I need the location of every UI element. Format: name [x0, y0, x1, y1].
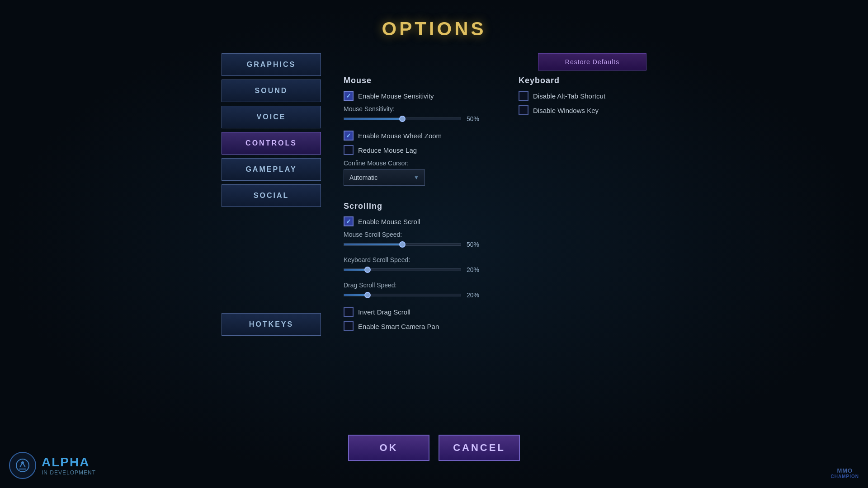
nav-sound[interactable]: SOUND [222, 80, 321, 102]
reduce-mouse-lag-checkbox[interactable] [344, 145, 354, 155]
invert-drag-label: Invert Drag Scroll [358, 308, 410, 316]
reduce-mouse-lag-label: Reduce Mouse Lag [358, 146, 417, 154]
mouse-section: Mouse Enable Mouse Sensitivity Mouse Sen… [344, 76, 482, 186]
invert-drag-row: Invert Drag Scroll [344, 307, 646, 317]
enable-sensitivity-checkbox[interactable] [344, 91, 354, 101]
scroll-speed-label: Mouse Scroll Speed: [344, 231, 646, 238]
reduce-mouse-lag-row: Reduce Mouse Lag [344, 145, 482, 155]
drag-scroll-section: Drag Scroll Speed: 20% [344, 282, 646, 299]
chevron-down-icon: ▼ [414, 174, 419, 181]
nav-social[interactable]: SOCIAL [222, 184, 321, 207]
drag-scroll-value: 20% [467, 291, 482, 299]
scroll-speed-track[interactable] [344, 243, 461, 246]
nav-controls[interactable]: CONTROLS [222, 132, 321, 155]
keyboard-scroll-label: Keyboard Scroll Speed: [344, 256, 646, 263]
enable-scroll-row: Enable Mouse Scroll [344, 216, 646, 226]
confine-cursor-dropdown[interactable]: Automatic ▼ [344, 169, 425, 186]
invert-drag-checkbox[interactable] [344, 307, 354, 317]
disable-windows-key-row: Disable Windows Key [519, 105, 646, 115]
enable-sensitivity-label: Enable Mouse Sensitivity [358, 92, 434, 100]
scroll-speed-value: 50% [467, 241, 482, 248]
enable-scroll-checkbox[interactable] [344, 216, 354, 226]
nav-hotkeys[interactable]: HOTKEYS [222, 313, 321, 336]
sensitivity-slider-track[interactable] [344, 117, 461, 120]
drag-scroll-thumb[interactable] [364, 292, 371, 298]
sidebar: GRAPHICS SOUND VOICE CONTROLS GAMEPLAY S… [222, 53, 330, 336]
sensitivity-slider-label: Mouse Sensitivity: [344, 105, 482, 113]
keyboard-scroll-track[interactable] [344, 268, 461, 271]
scroll-speed-thumb[interactable] [399, 241, 406, 248]
disable-alt-tab-label: Disable Alt-Tab Shortcut [533, 92, 605, 100]
enable-sensitivity-row: Enable Mouse Sensitivity [344, 91, 482, 101]
enable-scroll-label: Enable Mouse Scroll [358, 218, 420, 225]
disable-alt-tab-checkbox[interactable] [519, 91, 528, 101]
scroll-speed-section: Mouse Scroll Speed: 50% [344, 231, 646, 248]
mouse-section-header: Mouse [344, 76, 482, 85]
keyboard-section-header: Keyboard [519, 76, 646, 85]
disable-windows-key-label: Disable Windows Key [533, 107, 599, 114]
keyboard-scroll-section: Keyboard Scroll Speed: 20% [344, 256, 646, 273]
smart-camera-row: Enable Smart Camera Pan [344, 321, 646, 331]
drag-scroll-track[interactable] [344, 294, 461, 296]
sensitivity-slider-thumb[interactable] [399, 116, 406, 122]
confine-cursor-label: Confine Mouse Cursor: [344, 160, 482, 167]
confine-cursor-section: Confine Mouse Cursor: Automatic ▼ [344, 160, 482, 186]
enable-wheel-zoom-label: Enable Mouse Wheel Zoom [358, 132, 442, 140]
keyboard-section: Keyboard Disable Alt-Tab Shortcut Disabl… [519, 76, 646, 186]
keyboard-scroll-value: 20% [467, 266, 482, 273]
disable-alt-tab-row: Disable Alt-Tab Shortcut [519, 91, 646, 101]
keyboard-scroll-thumb[interactable] [364, 267, 371, 273]
smart-camera-checkbox[interactable] [344, 321, 354, 331]
disable-windows-key-checkbox[interactable] [519, 105, 528, 115]
scroll-speed-fill [344, 244, 402, 245]
scrolling-section-header: Scrolling [344, 202, 646, 211]
restore-defaults-button[interactable]: Restore Defaults [538, 53, 646, 70]
smart-camera-label: Enable Smart Camera Pan [358, 323, 439, 330]
content-area: Restore Defaults Mouse Enable Mouse Sens… [330, 53, 646, 336]
sensitivity-slider-value: 50% [467, 115, 482, 122]
nav-gameplay[interactable]: GAMEPLAY [222, 158, 321, 181]
enable-wheel-zoom-checkbox[interactable] [344, 131, 354, 141]
nav-graphics[interactable]: GRAPHICS [222, 53, 321, 76]
nav-voice[interactable]: VOICE [222, 106, 321, 128]
page-title: OPTIONS [382, 18, 486, 40]
confine-cursor-value: Automatic [349, 174, 377, 181]
sensitivity-slider-section: Mouse Sensitivity: 50% [344, 105, 482, 122]
sensitivity-slider-fill [344, 118, 402, 120]
drag-scroll-label: Drag Scroll Speed: [344, 282, 646, 289]
enable-wheel-zoom-row: Enable Mouse Wheel Zoom [344, 131, 482, 141]
scrolling-section: Scrolling Enable Mouse Scroll Mouse Scro… [344, 202, 646, 331]
